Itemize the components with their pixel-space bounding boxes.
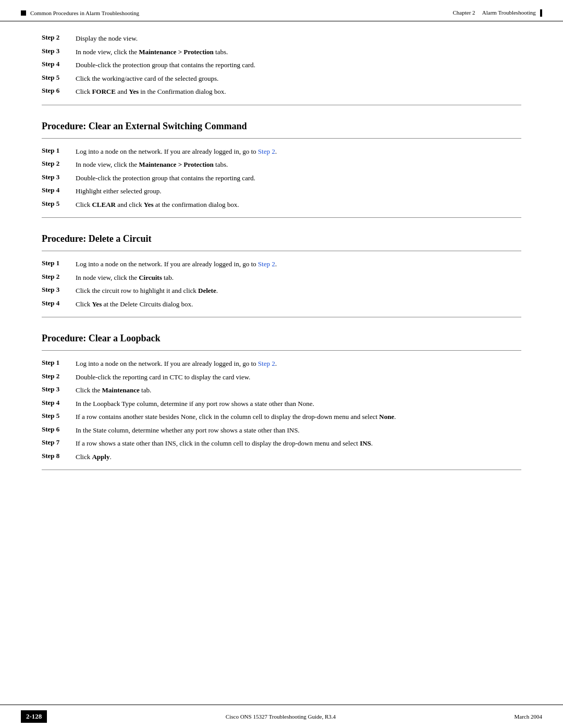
step-label: Step 4 [42, 184, 76, 198]
step-content: Click the Maintenance tab. [76, 384, 521, 397]
table-row: Step 2 Double-click the reporting card i… [42, 371, 521, 384]
step-content: Click CLEAR and click Yes at the confirm… [76, 198, 521, 212]
step-label: Step 3 [42, 284, 76, 298]
step-content: In node view, click the Maintenance > Pr… [76, 45, 521, 59]
step-content: If a row contains another state besides … [76, 410, 521, 424]
step-label: Step 5 [42, 198, 76, 212]
steps-table: Step 1 Log into a node on the network. I… [42, 145, 521, 212]
table-row: Step 8 Click Apply. [42, 450, 521, 464]
procedure-title: Procedure: Clear an External Switching C… [42, 121, 521, 132]
procedure-section-clear-loopback: Procedure: Clear a Loopback Step 1 Log i… [42, 333, 521, 470]
step-content: Click Apply. [76, 450, 521, 464]
header-rule-icon [540, 9, 542, 17]
step-label: Step 1 [42, 145, 76, 158]
step-content: In the State column, determine whether a… [76, 424, 521, 437]
table-row: Step 1 Log into a node on the network. I… [42, 145, 521, 158]
steps-table: Step 1 Log into a node on the network. I… [42, 257, 521, 311]
procedure-section-delete-circuit: Procedure: Delete a Circuit Step 1 Log i… [42, 233, 521, 317]
page-footer: 2-128 Cisco ONS 15327 Troubleshooting Gu… [0, 705, 563, 728]
procedure-divider-top [42, 138, 521, 139]
procedure-divider-bottom [42, 217, 521, 218]
step-label: Step 3 [42, 45, 76, 59]
step-content: Click the working/active card of the sel… [76, 72, 521, 85]
step-label: Step 5 [42, 410, 76, 424]
step-label: Step 2 [42, 158, 76, 171]
procedure-title: Procedure: Delete a Circuit [42, 233, 521, 244]
table-row: Step 5 Click the working/active card of … [42, 72, 521, 85]
table-row: Step 3 Click the Maintenance tab. [42, 384, 521, 397]
step-label: Step 8 [42, 450, 76, 464]
step-label: Step 2 [42, 32, 76, 45]
procedures-container: Procedure: Clear an External Switching C… [42, 121, 521, 471]
header-breadcrumb: Common Procedures in Alarm Troubleshooti… [30, 10, 139, 16]
procedure-divider-top [42, 251, 521, 251]
procedure-divider-bottom [42, 317, 521, 317]
step-label: Step 2 [42, 371, 76, 384]
step-content: In node view, click the Maintenance > Pr… [76, 158, 521, 171]
table-row: Step 5 If a row contains another state b… [42, 410, 521, 424]
step-content: Log into a node on the network. If you a… [76, 145, 521, 158]
table-row: Step 4 In the Loopback Type column, dete… [42, 397, 521, 411]
step-label: Step 3 [42, 384, 76, 397]
table-row: Step 3 Double-click the protection group… [42, 171, 521, 185]
step-label: Step 6 [42, 85, 76, 98]
procedure-divider-top [42, 350, 521, 351]
step-content: In the Loopback Type column, determine i… [76, 397, 521, 411]
step-label: Step 2 [42, 271, 76, 285]
header-right: Chapter 2 Alarm Troubleshooting [453, 9, 542, 17]
table-row: Step 6 Click FORCE and Yes in the Confir… [42, 85, 521, 98]
steps-table: Step 1 Log into a node on the network. I… [42, 357, 521, 463]
step-link[interactable]: Step 2 [258, 147, 275, 155]
main-content: Step 2 Display the node view. Step 3 In … [0, 21, 563, 705]
footer-doc-title: Cisco ONS 15327 Troubleshooting Guide, R… [226, 713, 336, 720]
table-row: Step 3 In node view, click the Maintenan… [42, 45, 521, 59]
step-content: Double-click the protection group that c… [76, 171, 521, 185]
chapter-label: Chapter 2 [453, 9, 475, 16]
step-content: Click FORCE and Yes in the Confirmation … [76, 85, 521, 98]
continuation-divider [42, 105, 521, 105]
step-link[interactable]: Step 2 [258, 360, 275, 367]
continuation-section: Step 2 Display the node view. Step 3 In … [42, 32, 521, 105]
table-row: Step 4 Double-click the protection group… [42, 58, 521, 72]
continuation-steps-table: Step 2 Display the node view. Step 3 In … [42, 32, 521, 98]
step-content: Double-click the protection group that c… [76, 58, 521, 72]
step-content: Log into a node on the network. If you a… [76, 257, 521, 271]
step-label: Step 1 [42, 357, 76, 371]
step-label: Step 1 [42, 257, 76, 271]
procedure-divider-bottom [42, 470, 521, 470]
step-label: Step 4 [42, 58, 76, 72]
table-row: Step 4 Highlight either selected group. [42, 184, 521, 198]
chapter-title: Alarm Troubleshooting [482, 9, 536, 16]
table-row: Step 2 Display the node view. [42, 32, 521, 45]
header-square-icon [21, 10, 26, 16]
table-row: Step 6 In the State column, determine wh… [42, 424, 521, 437]
step-content: In node view, click the Circuits tab. [76, 271, 521, 285]
step-label: Step 3 [42, 171, 76, 185]
step-label: Step 7 [42, 437, 76, 450]
procedure-section-clear-external-switching: Procedure: Clear an External Switching C… [42, 121, 521, 218]
step-link[interactable]: Step 2 [258, 260, 275, 268]
page-number: 2-128 [21, 710, 47, 723]
table-row: Step 1 Log into a node on the network. I… [42, 257, 521, 271]
step-content: Highlight either selected group. [76, 184, 521, 198]
table-row: Step 2 In node view, click the Circuits … [42, 271, 521, 285]
step-label: Step 4 [42, 397, 76, 411]
step-content: Display the node view. [76, 32, 521, 45]
step-label: Step 4 [42, 298, 76, 311]
step-content: Double-click the reporting card in CTC t… [76, 371, 521, 384]
procedure-title: Procedure: Clear a Loopback [42, 333, 521, 344]
table-row: Step 7 If a row shows a state other than… [42, 437, 521, 450]
step-content: Click Yes at the Delete Circuits dialog … [76, 298, 521, 311]
table-row: Step 5 Click CLEAR and click Yes at the … [42, 198, 521, 212]
step-content: Log into a node on the network. If you a… [76, 357, 521, 371]
table-row: Step 3 Click the circuit row to highligh… [42, 284, 521, 298]
header-left: Common Procedures in Alarm Troubleshooti… [21, 10, 139, 16]
table-row: Step 4 Click Yes at the Delete Circuits … [42, 298, 521, 311]
step-content: Click the circuit row to highlight it an… [76, 284, 521, 298]
step-content: If a row shows a state other than INS, c… [76, 437, 521, 450]
footer-date: March 2004 [515, 713, 542, 720]
step-label: Step 6 [42, 424, 76, 437]
step-label: Step 5 [42, 72, 76, 85]
table-row: Step 2 In node view, click the Maintenan… [42, 158, 521, 171]
table-row: Step 1 Log into a node on the network. I… [42, 357, 521, 371]
